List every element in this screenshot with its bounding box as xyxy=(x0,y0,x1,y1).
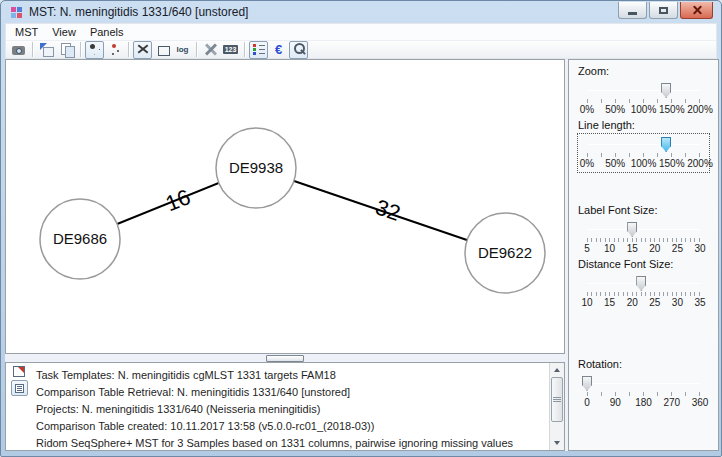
log-line: Ridom SeqSphere+ MST for 3 Samples based… xyxy=(36,435,547,450)
scroll-down-button[interactable] xyxy=(550,436,564,450)
slider-ticklabel: 30 xyxy=(694,243,705,254)
distance-values-icon: 123 xyxy=(223,42,239,57)
log-panel: Task Templates: N. meningitidis cgMLST 1… xyxy=(5,362,565,451)
legend-button[interactable] xyxy=(249,41,268,59)
minimize-button[interactable] xyxy=(618,2,647,19)
slider-rotation[interactable]: 090180270360 xyxy=(577,372,710,412)
slider-track-zoom[interactable] xyxy=(587,90,700,91)
slider-ticklabel: 10 xyxy=(604,243,615,254)
slider-label-distance-font-size: Distance Font Size: xyxy=(578,258,710,270)
slider-ticklabel: 270 xyxy=(663,397,680,408)
slider-thumb-line-length[interactable] xyxy=(661,137,671,152)
zoom-tool-button[interactable] xyxy=(289,41,308,59)
slider-ticklabels-label-font-size: 51015202530 xyxy=(587,243,700,254)
distance-label: 32 xyxy=(372,194,403,226)
slider-thumb-label-font-size[interactable] xyxy=(627,222,637,237)
scroll-thumb[interactable] xyxy=(551,377,563,422)
copy-button[interactable] xyxy=(57,41,76,59)
slider-track-label-font-size[interactable] xyxy=(587,229,700,230)
toolbar-separator xyxy=(80,42,81,57)
slider-ticklabels-line-length: 0%50%100%150%200% xyxy=(587,158,700,169)
slider-group-distance-font-size: Distance Font Size:101520253035 xyxy=(577,258,710,312)
splitter[interactable] xyxy=(5,354,565,362)
mst-layout-button[interactable] xyxy=(133,41,152,59)
settings-panel: Zoom:0%50%100%150%200%Line length:0%50%1… xyxy=(568,59,719,451)
minimize-icon xyxy=(628,12,637,15)
e-symbol-icon: € xyxy=(271,42,287,57)
log-line: Task Templates: N. meningitidis cgMLST 1… xyxy=(36,367,547,384)
slider-label-rotation: Rotation: xyxy=(578,358,710,370)
slider-ticklabel: 25 xyxy=(649,297,660,308)
log-scrollbar[interactable] xyxy=(549,363,564,450)
slider-ticklabel: 150% xyxy=(659,158,685,169)
node-dots-icon xyxy=(107,42,123,57)
log-scale-button[interactable]: log xyxy=(173,41,192,59)
slider-label-label-font-size: Label Font Size: xyxy=(578,204,710,216)
save-image-button[interactable] xyxy=(9,41,28,59)
properties-button[interactable] xyxy=(11,380,28,396)
slider-ticklabel: 15 xyxy=(627,243,638,254)
splitter-handle[interactable] xyxy=(266,355,304,362)
slider-ticklabel: 50% xyxy=(605,104,625,115)
selection-rect-button[interactable] xyxy=(153,41,172,59)
slider-track-rotation[interactable] xyxy=(587,383,700,384)
slider-ticks-label-font-size xyxy=(587,238,700,242)
menu-item-mst[interactable]: MST xyxy=(8,25,45,39)
node-label-DE9686: DE9686 xyxy=(53,230,107,247)
slider-thumb-distance-font-size[interactable] xyxy=(636,276,646,291)
slider-label-font-size[interactable]: 51015202530 xyxy=(577,218,710,258)
node-label-DE9622: DE9622 xyxy=(478,244,532,261)
node-labels-button[interactable] xyxy=(85,41,104,59)
export-image-button[interactable] xyxy=(37,41,56,59)
tools-button[interactable] xyxy=(201,41,220,59)
slider-ticklabel: 0 xyxy=(584,397,590,408)
toolbar-separator xyxy=(196,42,197,57)
log-text-area[interactable]: Task Templates: N. meningitidis cgMLST 1… xyxy=(32,363,549,450)
slider-ticklabels-distance-font-size: 101520253035 xyxy=(587,297,700,308)
slider-ticklabel: 15 xyxy=(604,297,615,308)
toolbar: log123€ xyxy=(5,40,717,59)
tools-icon xyxy=(203,42,219,57)
slider-ticklabel: 360 xyxy=(692,397,709,408)
toolbar-separator xyxy=(32,42,33,57)
slider-ticklabel: 25 xyxy=(672,243,683,254)
slider-ticks-zoom xyxy=(587,99,700,103)
menu-item-panels[interactable]: Panels xyxy=(83,25,131,39)
node-labels-icon xyxy=(87,42,103,57)
slider-ticklabel: 180 xyxy=(635,397,652,408)
list-icon xyxy=(15,384,24,393)
slider-track-line-length[interactable] xyxy=(587,144,700,145)
slider-ticklabel: 20 xyxy=(627,297,638,308)
scroll-up-button[interactable] xyxy=(550,363,564,377)
slider-ticklabel: 10 xyxy=(581,297,592,308)
menu-item-view[interactable]: View xyxy=(45,25,83,39)
log-line: Projects: N. meningitidis 1331/640 (Neis… xyxy=(36,401,547,418)
mst-canvas[interactable]: DE9938DE9686DE96221632 xyxy=(5,59,565,354)
slider-ticklabel: 5 xyxy=(584,243,590,254)
slider-ticklabel: 200% xyxy=(687,104,713,115)
titlebar[interactable]: MST: N. meningitidis 1331/640 [unstored] xyxy=(5,1,717,23)
legend-icon xyxy=(251,42,267,57)
slider-ticklabel: 0% xyxy=(580,104,594,115)
mst-layout-icon xyxy=(135,42,151,57)
detach-window-button[interactable] xyxy=(13,366,25,377)
slider-label-zoom: Zoom: xyxy=(578,65,710,77)
copy-icon xyxy=(59,42,75,57)
slider-zoom[interactable]: 0%50%100%150%200% xyxy=(577,79,710,119)
distance-values-button[interactable]: 123 xyxy=(221,41,240,59)
slider-thumb-zoom[interactable] xyxy=(661,83,671,98)
slider-distance-font-size[interactable]: 101520253035 xyxy=(577,272,710,312)
window-controls xyxy=(618,2,713,19)
e-symbol-button[interactable]: € xyxy=(269,41,288,59)
maximize-button[interactable] xyxy=(649,2,678,19)
mst-graph[interactable]: DE9938DE9686DE96221632 xyxy=(6,60,564,353)
app-window: MST: N. meningitidis 1331/640 [unstored]… xyxy=(0,0,722,457)
slider-thumb-rotation[interactable] xyxy=(582,376,592,391)
close-button[interactable] xyxy=(680,2,713,19)
slider-ticklabels-rotation: 090180270360 xyxy=(587,397,700,408)
node-dots-button[interactable] xyxy=(105,41,124,59)
maximize-icon xyxy=(659,7,668,14)
log-line: Comparison Table Retrieval: N. meningiti… xyxy=(36,384,547,401)
slider-ticklabel: 100% xyxy=(631,158,657,169)
slider-line-length[interactable]: 0%50%100%150%200% xyxy=(577,133,710,173)
